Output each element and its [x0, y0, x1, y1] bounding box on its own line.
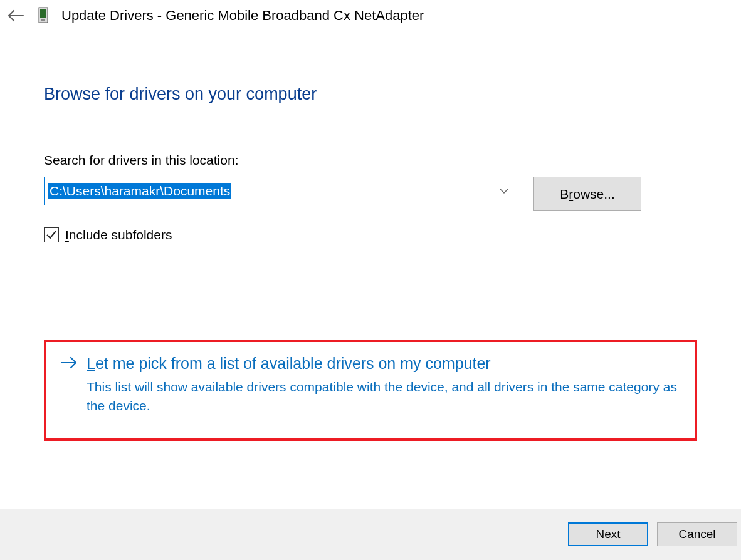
include-subfolders-checkbox[interactable]: [44, 227, 59, 242]
device-icon: [36, 6, 50, 25]
next-button-label: Next: [596, 527, 620, 541]
dialog-footer: Next Cancel: [0, 509, 741, 560]
pick-from-list-description: This list will show available drivers co…: [87, 378, 681, 416]
arrow-right-icon: [60, 356, 78, 416]
path-combobox[interactable]: C:\Users\haramakr\Documents: [44, 177, 517, 205]
cancel-button[interactable]: Cancel: [657, 522, 737, 546]
chevron-down-icon: [499, 185, 509, 197]
svg-rect-1: [40, 9, 46, 18]
window-title: Update Drivers - Generic Mobile Broadban…: [61, 8, 424, 24]
arrow-left-icon: [8, 9, 24, 22]
back-button[interactable]: [6, 6, 25, 25]
main-heading: Browse for drivers on your computer: [44, 85, 697, 104]
cancel-button-label: Cancel: [678, 527, 715, 541]
svg-rect-2: [41, 19, 45, 21]
include-subfolders-label[interactable]: Include subfolders: [65, 227, 172, 242]
pick-from-list-title: Let me pick from a list of available dri…: [87, 355, 681, 373]
path-value: C:\Users\haramakr\Documents: [48, 183, 231, 199]
browse-button[interactable]: Browse...: [533, 177, 641, 211]
pick-from-list-option[interactable]: Let me pick from a list of available dri…: [44, 340, 697, 441]
search-location-label: Search for drivers in this location:: [44, 153, 697, 168]
checkmark-icon: [46, 230, 57, 240]
browse-button-label: Browse...: [560, 187, 615, 201]
next-button[interactable]: Next: [568, 522, 648, 546]
